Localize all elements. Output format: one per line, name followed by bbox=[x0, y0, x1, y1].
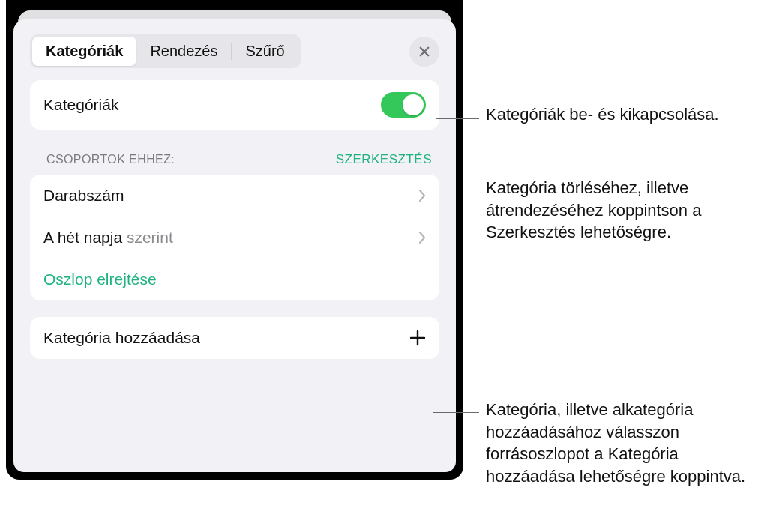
group-row-weekday[interactable]: A hét napja szerint bbox=[30, 217, 439, 259]
group-row-count[interactable]: Darabszám bbox=[30, 175, 439, 217]
chevron-right-icon bbox=[418, 189, 426, 202]
groups-card: Darabszám A hét napja szerint bbox=[30, 175, 439, 300]
hide-column-button[interactable]: Oszlop elrejtése bbox=[30, 259, 439, 300]
tab-sort[interactable]: Rendezés bbox=[136, 37, 231, 66]
group-row-count-label: Darabszám bbox=[43, 187, 124, 205]
tab-categories-label: Kategóriák bbox=[46, 43, 123, 59]
categories-toggle[interactable] bbox=[381, 92, 426, 118]
callout-leader bbox=[433, 412, 479, 413]
sheet: Kategóriák Rendezés Szűrő bbox=[13, 19, 456, 472]
callout-add: Kategória, illetve alkategória hozzáadás… bbox=[486, 399, 756, 488]
hide-column-label: Oszlop elrejtése bbox=[43, 270, 157, 288]
device-frame: Kategóriák Rendezés Szűrő bbox=[6, 0, 463, 480]
categories-toggle-label: Kategóriák bbox=[43, 96, 118, 114]
plus-icon bbox=[409, 330, 426, 346]
chevron-right-icon bbox=[418, 231, 426, 244]
add-category-button[interactable]: Kategória hozzáadása bbox=[30, 317, 439, 359]
categories-toggle-row: Kategóriák bbox=[30, 80, 439, 130]
edit-button[interactable]: SZERKESZTÉS bbox=[336, 152, 435, 167]
tab-filter[interactable]: Szűrő bbox=[232, 37, 298, 66]
tab-categories[interactable]: Kategóriák bbox=[32, 37, 136, 66]
close-button[interactable] bbox=[409, 37, 439, 67]
tab-filter-label: Szűrő bbox=[245, 43, 284, 59]
groups-section-header: CSOPORTOK EHHEZ: SZERKESZTÉS bbox=[30, 130, 439, 175]
callout-leader bbox=[435, 190, 479, 190]
close-icon bbox=[418, 45, 431, 58]
callout-edit: Kategória törléséhez, illetve átrendezés… bbox=[486, 177, 756, 244]
categories-toggle-card: Kategóriák bbox=[30, 80, 439, 130]
add-category-card: Kategória hozzáadása bbox=[30, 317, 439, 359]
segmented-control: Kategóriák Rendezés Szűrő bbox=[30, 34, 301, 68]
sheet-header: Kategóriák Rendezés Szűrő bbox=[13, 19, 456, 80]
tab-sort-label: Rendezés bbox=[150, 43, 217, 59]
group-row-weekday-label: A hét napja szerint bbox=[43, 229, 173, 247]
add-category-label: Kategória hozzáadása bbox=[43, 329, 200, 347]
callout-toggle: Kategóriák be- és kikapcsolása. bbox=[486, 103, 756, 126]
groups-section-title: CSOPORTOK EHHEZ: bbox=[46, 153, 175, 166]
callout-leader bbox=[436, 118, 479, 119]
